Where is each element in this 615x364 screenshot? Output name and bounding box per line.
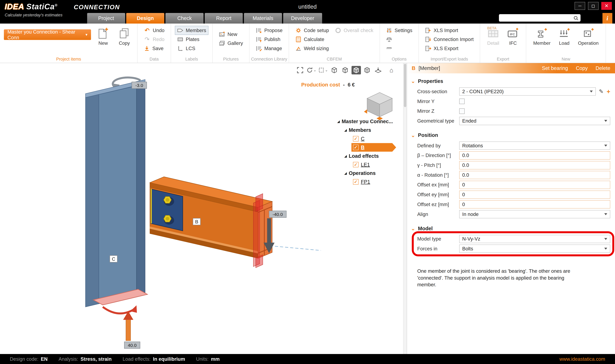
- view-wireframe-button[interactable]: [329, 66, 339, 75]
- minimize-button[interactable]: ─: [575, 2, 585, 10]
- tab-report[interactable]: Report: [205, 13, 243, 24]
- 3d-scene-canvas[interactable]: -3.0 40.0: [0, 63, 403, 354]
- member-label-c[interactable]: C: [110, 256, 117, 262]
- align-dropdown[interactable]: In node: [459, 210, 610, 218]
- info-button[interactable]: i: [602, 13, 612, 24]
- clipping-box-button[interactable]: ⌄: [318, 66, 328, 75]
- show-loads-button[interactable]: [374, 66, 383, 75]
- maximize-button[interactable]: ◻: [588, 2, 599, 10]
- tree-item-b-selected[interactable]: ✓ B: [351, 143, 396, 152]
- home-view-button[interactable]: ⌂: [387, 66, 396, 75]
- defined-by-dropdown[interactable]: Rotations: [459, 142, 610, 150]
- checkbox-fp1[interactable]: ✓: [353, 179, 359, 185]
- new-load-button[interactable]: Load: [555, 26, 573, 46]
- overall-check-button[interactable]: Overall check: [333, 26, 375, 35]
- save-button[interactable]: Save: [141, 44, 167, 53]
- xls-export-button[interactable]: XLS Export: [423, 44, 476, 53]
- tab-check[interactable]: Check: [165, 13, 203, 24]
- tab-design[interactable]: Design: [126, 13, 164, 24]
- cross-section-dropdown[interactable]: 2 - CON1 (IPE220): [459, 87, 596, 96]
- scrollbar-thumb[interactable]: [404, 64, 406, 107]
- collapse-icon[interactable]: ◢: [344, 171, 347, 175]
- settings-button[interactable]: Settings: [384, 26, 415, 35]
- view-transparent-button[interactable]: [362, 66, 372, 75]
- section-properties[interactable]: ⌄ Properties: [407, 76, 615, 87]
- search-input[interactable]: [499, 15, 574, 21]
- tree-group-operations[interactable]: ◢ Operations: [344, 169, 397, 178]
- zoom-fit-button[interactable]: [295, 66, 305, 75]
- view-shaded-button[interactable]: [340, 66, 350, 75]
- tab-project[interactable]: Project: [87, 13, 125, 24]
- gamma-pitch-input[interactable]: [459, 161, 610, 169]
- tree-group-load-effects[interactable]: ◢ Load effects: [344, 152, 397, 160]
- gallery-button[interactable]: Gallery: [217, 39, 245, 48]
- tree-group-members[interactable]: ◢ Members: [344, 126, 397, 134]
- forces-in-dropdown[interactable]: Bolts: [459, 245, 610, 253]
- publish-button[interactable]: Publish: [253, 35, 285, 44]
- detail-export-button[interactable]: BETA Detail: [484, 26, 502, 46]
- checkbox-member-b[interactable]: ✓: [353, 145, 359, 150]
- copy-project-item-button[interactable]: Copy: [115, 26, 134, 46]
- section-model[interactable]: ⌄ Model: [407, 223, 615, 234]
- navigation-cube[interactable]: [364, 92, 392, 120]
- tab-developer[interactable]: Developer: [283, 13, 322, 24]
- supports-options-button[interactable]: [384, 44, 415, 53]
- collapse-icon[interactable]: ◢: [344, 128, 347, 132]
- lcs-toggle[interactable]: LCS: [175, 44, 208, 53]
- tab-materials[interactable]: Materials: [244, 13, 282, 24]
- collapse-icon[interactable]: ◢: [344, 154, 347, 158]
- propose-button[interactable]: Propose: [253, 26, 285, 35]
- model-type-dropdown[interactable]: N-Vy-Vz: [459, 235, 610, 243]
- plates-labels-toggle[interactable]: Plates: [175, 35, 208, 44]
- offset-ez-input[interactable]: [459, 200, 610, 208]
- redo-button[interactable]: ↷ Redo: [141, 35, 167, 44]
- new-member-button[interactable]: Member: [530, 26, 554, 46]
- offset-ex-input[interactable]: [459, 181, 610, 189]
- checkbox-le1[interactable]: ✓: [353, 162, 359, 168]
- close-button[interactable]: ✕: [601, 2, 612, 10]
- fin-plate[interactable]: [150, 189, 183, 231]
- section-position[interactable]: ⌄ Position: [407, 130, 615, 141]
- geometrical-type-dropdown[interactable]: Ended: [459, 117, 610, 125]
- rotate-view-button[interactable]: ⌄: [306, 66, 316, 75]
- search-icon[interactable]: [574, 16, 577, 20]
- offset-ey-input[interactable]: [459, 191, 610, 199]
- label[interactable]: B: [361, 144, 364, 150]
- add-cross-section-icon[interactable]: +: [607, 88, 610, 95]
- project-item-selector[interactable]: Master you Connection - Shear Conn ▾: [4, 29, 91, 40]
- label[interactable]: FP1: [361, 179, 370, 185]
- new-project-item-button[interactable]: New: [94, 26, 112, 46]
- label[interactable]: C: [361, 136, 364, 142]
- connection-import-button[interactable]: Connection Import: [423, 35, 476, 44]
- tree-root[interactable]: ◢ Master you Connec...: [337, 117, 397, 126]
- beta-direction-input[interactable]: [459, 151, 610, 160]
- tree-item-c[interactable]: ✓ C: [353, 134, 397, 143]
- vertical-scrollbar[interactable]: [403, 63, 407, 354]
- weld-sizing-button[interactable]: Weld sizing: [293, 44, 331, 53]
- view-solid-button[interactable]: [351, 66, 361, 75]
- delete-member-button[interactable]: Delete: [596, 65, 610, 71]
- viewport[interactable]: ⌄ ⌄ ⌂ Production cost - 6 €: [0, 63, 403, 354]
- tree-item-fp1[interactable]: ✓ FP1: [353, 178, 397, 186]
- ifc-export-button[interactable]: IFC IFC: [504, 26, 522, 46]
- new-operation-button[interactable]: Operation: [575, 26, 602, 46]
- checkbox-member-c[interactable]: ✓: [353, 136, 359, 142]
- column-member[interactable]: [85, 80, 145, 307]
- tree-item-le1[interactable]: ✓ LE1: [353, 160, 397, 169]
- alpha-rotation-input[interactable]: [459, 171, 610, 179]
- manage-button[interactable]: Manage: [253, 44, 285, 53]
- edit-cross-section-icon[interactable]: ✎: [599, 88, 603, 95]
- set-bearing-button[interactable]: Set bearing: [542, 65, 568, 71]
- calculate-button[interactable]: Calculate: [293, 35, 331, 44]
- undo-button[interactable]: ↶ Undo: [141, 26, 167, 35]
- mirror-z-checkbox[interactable]: [459, 108, 465, 114]
- label[interactable]: LE1: [361, 162, 370, 168]
- mirror-y-checkbox[interactable]: [459, 99, 465, 104]
- members-labels-toggle[interactable]: Members: [175, 26, 208, 35]
- code-setup-button[interactable]: Code setup: [293, 26, 331, 35]
- member-label-b[interactable]: B: [193, 218, 200, 225]
- balance-options-button[interactable]: [384, 35, 415, 44]
- copy-member-button[interactable]: Copy: [576, 65, 588, 71]
- new-picture-button[interactable]: New: [217, 30, 245, 39]
- xls-import-button[interactable]: XLS Import: [423, 26, 476, 35]
